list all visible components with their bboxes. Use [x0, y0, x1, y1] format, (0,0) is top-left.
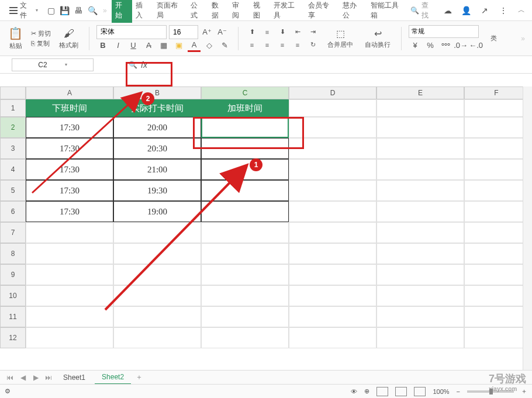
cell-d5[interactable]: [289, 180, 376, 201]
cell-b1[interactable]: 实际打卡时间: [113, 99, 201, 117]
name-box-dropdown-icon[interactable]: ▾: [65, 62, 67, 67]
align-left-icon[interactable]: ≡: [246, 39, 258, 51]
cell[interactable]: [201, 243, 289, 264]
cell-f2[interactable]: [464, 117, 528, 138]
decrease-font-icon[interactable]: A⁻: [216, 26, 229, 39]
cell-c3[interactable]: [201, 138, 289, 159]
sheet-nav-prev-icon[interactable]: ◀: [18, 372, 28, 383]
row-header-4[interactable]: 4: [0, 159, 26, 180]
ribbon-overflow[interactable]: »: [521, 34, 525, 43]
cell-e4[interactable]: [376, 159, 464, 180]
sheet-nav-first-icon[interactable]: ⏮: [5, 372, 15, 383]
cell-a1[interactable]: 下班时间: [26, 99, 113, 117]
cell[interactable]: [201, 222, 289, 243]
cell[interactable]: [201, 285, 289, 306]
tab-data[interactable]: 数据: [208, 0, 229, 23]
cut-button[interactable]: ✂ 剪切: [31, 29, 51, 38]
align-bottom-icon[interactable]: ⬇: [276, 26, 289, 39]
tab-insert[interactable]: 插入: [132, 0, 153, 23]
cell-a2[interactable]: 17:30: [26, 117, 113, 138]
cell-a5[interactable]: 17:30: [26, 180, 113, 201]
underline-button[interactable]: U: [127, 39, 140, 52]
cell-d2[interactable]: [289, 117, 376, 138]
cell[interactable]: [289, 327, 376, 348]
cell-e2[interactable]: [376, 117, 464, 138]
tab-member[interactable]: 会员专享: [305, 0, 339, 23]
cell-d1[interactable]: [289, 99, 376, 117]
cell[interactable]: [113, 285, 201, 306]
cell[interactable]: [464, 306, 528, 327]
sheet-tab-2[interactable]: Sheet2: [95, 371, 131, 385]
cell[interactable]: [201, 264, 289, 285]
search-box[interactable]: 🔍 查找: [410, 1, 435, 20]
font-size-select[interactable]: [169, 25, 198, 39]
new-icon[interactable]: ▢: [45, 5, 57, 16]
cell[interactable]: [26, 243, 113, 264]
cell-f5[interactable]: [464, 180, 528, 201]
tab-smarttools[interactable]: 智能工具箱: [367, 0, 409, 23]
name-box[interactable]: C2 ▾: [12, 58, 94, 71]
cell[interactable]: [201, 306, 289, 327]
border-button[interactable]: ▦: [157, 39, 170, 52]
cell-b4[interactable]: 21:00: [113, 159, 201, 180]
cell[interactable]: [289, 222, 376, 243]
cell-a3[interactable]: 17:30: [26, 138, 113, 159]
cell[interactable]: [464, 285, 528, 306]
cell[interactable]: [289, 285, 376, 306]
merge-center-group[interactable]: ⬚ 合并居中: [324, 28, 357, 49]
cell-e1[interactable]: [376, 99, 464, 117]
view-pagebreak-icon[interactable]: [395, 387, 407, 396]
align-top-icon[interactable]: ⬆: [246, 26, 258, 39]
cell-d6[interactable]: [289, 201, 376, 222]
cell[interactable]: [289, 264, 376, 285]
tab-review[interactable]: 审阅: [229, 0, 249, 23]
cell[interactable]: [289, 306, 376, 327]
row-header-5[interactable]: 5: [0, 180, 26, 201]
preview-icon[interactable]: 🔍: [87, 5, 98, 16]
col-header-b[interactable]: B: [113, 86, 201, 99]
align-justify-icon[interactable]: ≡: [291, 39, 304, 51]
cell-f6[interactable]: [464, 201, 528, 222]
row-header-8[interactable]: 8: [0, 243, 26, 264]
tab-pagelayout[interactable]: 页面布局: [153, 0, 188, 23]
row-header-9[interactable]: 9: [0, 264, 26, 285]
paste-group[interactable]: 📋 粘贴: [5, 26, 26, 50]
more-icon[interactable]: ⋮: [498, 5, 509, 16]
collapse-ribbon-icon[interactable]: ︿: [516, 5, 527, 16]
orientation-icon[interactable]: ↻: [306, 39, 319, 51]
font-color-button[interactable]: A: [188, 39, 201, 52]
add-sheet-button[interactable]: ＋: [133, 372, 145, 383]
cell[interactable]: [376, 243, 464, 264]
vertical-scrollbar[interactable]: [523, 86, 532, 370]
sheet-nav-next-icon[interactable]: ▶: [30, 372, 41, 383]
cell-c1[interactable]: 加班时间: [201, 99, 289, 117]
cell-e6[interactable]: [376, 201, 464, 222]
cell[interactable]: [26, 264, 113, 285]
share-icon[interactable]: ↗: [479, 5, 490, 16]
cell[interactable]: [113, 243, 201, 264]
tab-start[interactable]: 开始: [112, 0, 132, 23]
row-header-6[interactable]: 6: [0, 201, 26, 222]
cell[interactable]: [376, 306, 464, 327]
tab-huiban[interactable]: 慧办公: [339, 0, 367, 23]
cell-e3[interactable]: [376, 138, 464, 159]
percent-icon[interactable]: %: [424, 39, 437, 52]
decrease-decimal-icon[interactable]: ←.0: [469, 39, 482, 52]
tab-formula[interactable]: 公式: [187, 0, 208, 23]
row-header-12[interactable]: 12: [0, 327, 26, 348]
indent-increase-icon[interactable]: ⇥: [306, 26, 319, 39]
cell[interactable]: [464, 264, 528, 285]
cell[interactable]: [464, 243, 528, 264]
cell-f4[interactable]: [464, 159, 528, 180]
number-format-select[interactable]: [409, 25, 479, 38]
cell-c4[interactable]: [201, 159, 289, 180]
cell[interactable]: [113, 222, 201, 243]
save-icon[interactable]: 💾: [59, 5, 71, 16]
cell-d4[interactable]: [289, 159, 376, 180]
cell[interactable]: [464, 327, 528, 348]
sheet-tab-1[interactable]: Sheet1: [56, 371, 92, 384]
font-name-select[interactable]: [96, 25, 167, 39]
cell[interactable]: [113, 306, 201, 327]
cell-d3[interactable]: [289, 138, 376, 159]
cloud-icon[interactable]: ☁: [442, 5, 454, 16]
